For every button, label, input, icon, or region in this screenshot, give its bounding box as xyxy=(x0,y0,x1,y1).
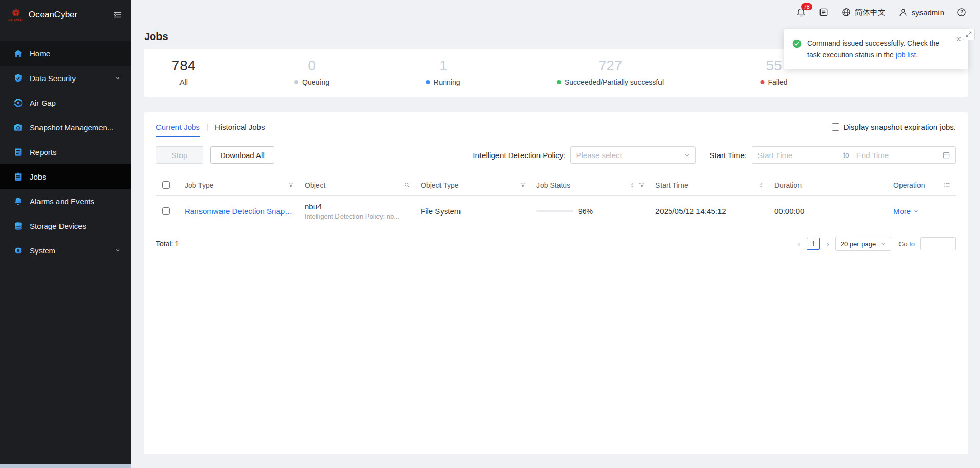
row-object-type: File System xyxy=(415,207,531,216)
stat-all[interactable]: 784 All xyxy=(172,57,196,86)
header-start-time[interactable]: Start Time xyxy=(650,181,769,189)
chevron-down-icon xyxy=(684,152,690,159)
huawei-logo-icon: ❁ HUAWEI xyxy=(8,8,24,22)
sidebar-collapse-icon[interactable] xyxy=(113,10,122,20)
sidebar-scrollbar[interactable] xyxy=(0,464,131,468)
task-list-button[interactable] xyxy=(818,7,829,17)
row-checkbox[interactable] xyxy=(162,207,170,215)
time-range-picker[interactable]: Start Time to End Time xyxy=(752,146,956,164)
failed-dot xyxy=(760,80,764,84)
logo-row: ❁ HUAWEI OceanCyber xyxy=(0,0,131,30)
total-count: Total: 1 xyxy=(156,240,179,248)
job-type-link[interactable]: Ransomware Detection Snapsh... xyxy=(185,207,294,216)
sidebar-item-reports[interactable]: Reports xyxy=(0,140,131,164)
sidebar-item-storage-devices[interactable]: Storage Devices xyxy=(0,213,131,238)
sidebar-item-alarms-and-events[interactable]: Alarms and Events xyxy=(0,189,131,213)
jobs-tabs: Current Jobs Historical Jobs Display sna… xyxy=(156,123,956,137)
language-switcher[interactable]: 简体中文 xyxy=(841,7,886,17)
succeeded-dot xyxy=(557,80,561,84)
row-select[interactable] xyxy=(156,207,179,215)
header-object[interactable]: Object xyxy=(299,181,415,189)
queuing-dot xyxy=(294,80,298,84)
column-settings-icon[interactable] xyxy=(943,181,951,189)
search-icon[interactable] xyxy=(404,182,410,188)
stat-succeeded[interactable]: 727 Succeeded/Partially successful xyxy=(557,57,664,86)
stat-running[interactable]: 1 Running xyxy=(426,57,460,86)
sidebar-item-system[interactable]: System xyxy=(0,238,131,263)
report-icon xyxy=(13,147,23,157)
toast-close-icon[interactable]: ✕ xyxy=(956,35,962,43)
chevron-down-icon xyxy=(115,75,121,81)
toast-history-icon[interactable] xyxy=(963,29,975,40)
row-start-time: 2025/05/12 14:45:12 xyxy=(650,207,769,216)
username: sysadmin xyxy=(912,8,944,17)
display-snapshot-toggle[interactable]: Display snapshot expiration jobs. xyxy=(832,123,956,131)
actions-row: Stop Download All Intelligent Detection … xyxy=(156,146,956,164)
sort-icon[interactable] xyxy=(758,182,764,189)
page-title: Jobs xyxy=(144,31,168,43)
prev-page-button[interactable]: ‹ xyxy=(796,240,802,248)
document-icon xyxy=(818,7,829,17)
table-row[interactable]: Ransomware Detection Snapsh... nbu4 Inte… xyxy=(156,196,956,227)
air-gap-icon xyxy=(13,98,23,108)
sidebar-item-data-security[interactable]: Data Security xyxy=(0,66,131,90)
sidebar: ❁ HUAWEI OceanCyber Home Data Security xyxy=(0,0,131,468)
per-page-select[interactable]: 20 per page xyxy=(835,237,891,251)
progress-bar xyxy=(536,210,573,212)
jobs-icon xyxy=(13,172,23,182)
stat-queuing[interactable]: 0 Queuing xyxy=(294,57,329,86)
end-time-input[interactable]: End Time xyxy=(853,151,938,160)
tab-historical-jobs[interactable]: Historical Jobs xyxy=(215,123,265,136)
jobs-panel: Current Jobs Historical Jobs Display sna… xyxy=(144,112,968,454)
running-dot xyxy=(426,80,430,84)
policy-select[interactable]: Please select xyxy=(570,146,696,164)
goto-label: Go to xyxy=(898,240,915,248)
chevron-down-icon xyxy=(881,241,886,247)
job-list-link[interactable]: job list xyxy=(896,51,916,59)
header-operation[interactable]: Operation xyxy=(888,181,956,189)
sidebar-nav: Home Data Security Air Gap Snapshot Mana… xyxy=(0,41,131,263)
page-number[interactable]: 1 xyxy=(807,238,820,250)
row-job-type: Ransomware Detection Snapsh... xyxy=(179,207,299,216)
help-button[interactable] xyxy=(956,7,967,17)
header-job-status[interactable]: Job Status xyxy=(531,181,650,189)
tab-current-jobs[interactable]: Current Jobs xyxy=(156,123,200,137)
start-time-input[interactable]: Start Time xyxy=(757,151,839,160)
header-object-type[interactable]: Object Type xyxy=(415,181,531,189)
gear-icon xyxy=(13,246,23,256)
storage-icon xyxy=(13,221,23,231)
progress-label: 96% xyxy=(578,207,593,216)
header-job-type[interactable]: Job Type xyxy=(179,181,299,189)
display-snapshot-checkbox[interactable] xyxy=(832,123,839,131)
stop-button[interactable]: Stop xyxy=(156,146,203,164)
header-duration[interactable]: Duration xyxy=(769,181,888,189)
sidebar-item-home[interactable]: Home xyxy=(0,41,131,66)
download-all-button[interactable]: Download All xyxy=(210,146,274,164)
header-select-all[interactable] xyxy=(156,181,179,189)
filter-icon[interactable] xyxy=(638,182,645,188)
toast-message: Command issued successfully. Check the t… xyxy=(807,37,942,61)
goto-page-input[interactable] xyxy=(920,237,956,250)
select-all-checkbox[interactable] xyxy=(162,181,170,189)
success-toast: Command issued successfully. Check the t… xyxy=(784,29,968,69)
object-name: nbu4 xyxy=(305,202,399,211)
sidebar-item-air-gap[interactable]: Air Gap xyxy=(0,90,131,115)
more-button[interactable]: More xyxy=(893,207,919,216)
filters: Intelligent Detection Policy: Please sel… xyxy=(473,146,956,164)
help-icon xyxy=(956,7,967,17)
notifications-button[interactable]: 78 xyxy=(796,7,806,17)
sort-icon[interactable] xyxy=(629,182,635,189)
sidebar-item-jobs[interactable]: Jobs xyxy=(0,164,131,189)
row-duration: 00:00:00 xyxy=(769,207,888,216)
globe-icon xyxy=(841,7,851,17)
start-time-filter-label: Start Time: xyxy=(709,151,747,160)
policy-filter-label: Intelligent Detection Policy: xyxy=(473,151,565,160)
filter-icon[interactable] xyxy=(288,182,294,188)
filter-icon[interactable] xyxy=(519,182,526,188)
snapshot-icon xyxy=(13,123,23,132)
user-menu[interactable]: sysadmin xyxy=(898,7,944,17)
success-check-icon xyxy=(792,38,802,49)
next-page-button[interactable]: › xyxy=(825,240,830,248)
shield-icon xyxy=(13,73,23,83)
sidebar-item-snapshot-management[interactable]: Snapshot Managemen... xyxy=(0,115,131,140)
